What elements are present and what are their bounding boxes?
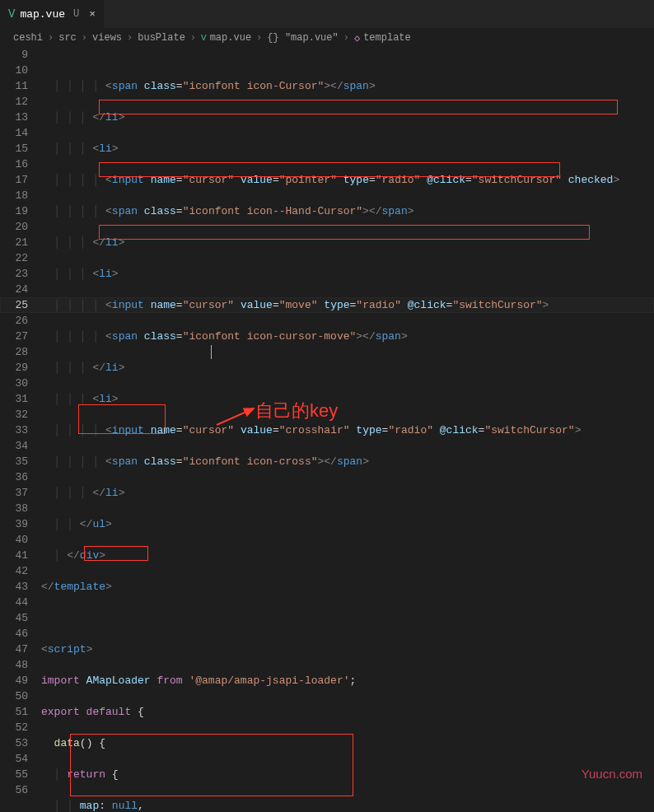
text-cursor (211, 345, 212, 359)
vue-icon: V (8, 7, 15, 21)
breadcrumb: ceshi › src › views › busPlate › V map.v… (0, 29, 654, 47)
code-content[interactable]: │ │ │ │ <span class="iconfont icon-Curso… (41, 47, 654, 812)
code-editor[interactable]: 9101112131415161718192021222324252627282… (0, 47, 654, 812)
close-icon[interactable]: × (89, 8, 96, 21)
breadcrumb-item[interactable]: src (58, 32, 77, 44)
chevron-right-icon: › (48, 32, 54, 44)
breadcrumb-item[interactable]: views (92, 32, 122, 44)
tab-filename: map.vue (20, 8, 65, 21)
chevron-right-icon: › (82, 32, 87, 44)
tab-status: U (73, 8, 79, 20)
chevron-right-icon: › (190, 32, 196, 44)
breadcrumb-item[interactable]: {} "map.vue" (267, 32, 338, 44)
breadcrumb-item[interactable]: V map.vue (201, 32, 251, 44)
line-number-gutter: 9101112131415161718192021222324252627282… (0, 47, 41, 812)
breadcrumb-item[interactable]: busPlate (138, 32, 185, 44)
breadcrumb-item[interactable]: ceshi (13, 32, 43, 44)
chevron-right-icon: › (343, 32, 349, 44)
breadcrumb-item[interactable]: ◇ template (354, 32, 411, 44)
chevron-right-icon: › (127, 32, 133, 44)
editor-tab[interactable]: V map.vue U × (0, 0, 104, 29)
chevron-right-icon: › (256, 32, 262, 44)
tab-bar: V map.vue U × (0, 0, 654, 29)
